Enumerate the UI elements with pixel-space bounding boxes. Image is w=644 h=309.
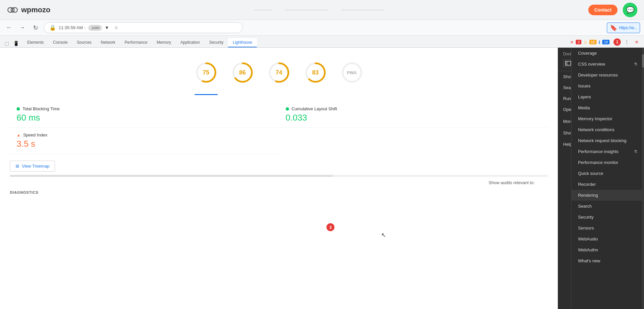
more-tools-item-network-request-blocking[interactable]: Network request blocking [571, 135, 644, 146]
more-tools-item-recorder[interactable]: Recorder [571, 179, 644, 190]
more-tools-item-quick-source[interactable]: Quick source [571, 168, 644, 179]
refresh-button[interactable]: ↻ [30, 23, 40, 33]
logo-text: wpmozo [21, 6, 50, 14]
more-tools-item-performance-monitor[interactable]: Performance monitor [571, 157, 644, 168]
gauge-74: 74 [267, 61, 291, 84]
device-toolbar-icon[interactable]: 📱 [12, 39, 20, 47]
forward-button[interactable]: → [17, 23, 27, 33]
score-value-75: 75 [203, 69, 209, 76]
more-tools-item-developer-resources[interactable]: Developer resources [571, 70, 644, 80]
more-tools-item-search[interactable]: Search [571, 201, 644, 212]
tab-sources[interactable]: Sources [72, 38, 96, 47]
score-value-pwa: PWA [347, 70, 357, 75]
score-circle-83: 83 [304, 61, 327, 84]
more-tools-item-performance-insights[interactable]: Performance insights ⚗ [571, 146, 644, 157]
logo-area: wpmozo [7, 4, 50, 16]
gauge-75: 75 [195, 61, 218, 84]
more-tools-item-security[interactable]: Security [571, 212, 644, 223]
score-circle-86: 86 [231, 61, 254, 84]
tab-elements[interactable]: Elements [23, 38, 48, 47]
css-overview-icon: ⚗ [634, 62, 637, 67]
scrollbar-thumb[interactable] [642, 54, 644, 68]
metric-warning-icon: ▲ [17, 133, 21, 137]
gauge-83: 83 [304, 61, 327, 84]
browser-topbar: wpmozo ———— —————————— —————————— Contac… [0, 0, 644, 20]
metrics-grid: Total Blocking Time 60 ms Cumulative Lay… [10, 102, 548, 154]
contact-button[interactable]: Contact [588, 5, 617, 15]
more-tools-item-webauthn[interactable]: WebAuthn [571, 244, 644, 255]
stop-icon[interactable]: ⊘ [114, 25, 118, 30]
metric-label-cls: Cumulative Layout Shift [292, 106, 337, 111]
browser-topbar-right: Contact 💬 [588, 3, 637, 17]
devtools-top-icons: ✕ 3 ⚠ 18 ℹ 18 1 ⋮ ✕ [570, 38, 644, 47]
tab-application[interactable]: Application [176, 38, 205, 47]
more-tools-item-css-overview[interactable]: CSS overview ⚗ [571, 59, 644, 70]
metric-total-blocking-time: Total Blocking Time 60 ms [10, 102, 279, 128]
devtools-tabs: ⬚ 📱 Elements Console Sources Network Per… [0, 36, 644, 48]
gauge-86: 86 [231, 61, 254, 84]
progress-bar [10, 175, 548, 177]
devtools-content: 75 86 [0, 48, 644, 309]
svg-rect-13 [565, 61, 568, 65]
score-underlines [10, 94, 548, 95]
more-options-icon[interactable]: ⋮ [623, 38, 631, 46]
warning-icon: ⚠ [583, 40, 587, 45]
more-tools-dropdown: Coverage CSS overview ⚗ Developer resour… [571, 48, 644, 309]
nav-link-1[interactable]: ———— [254, 7, 271, 12]
more-tools-item-media[interactable]: Media [571, 102, 644, 113]
lighthouse-url-display: 🔖 https://w... [607, 23, 640, 33]
score-value-74: 74 [275, 69, 282, 76]
metric-value-cls: 0.033 [286, 113, 542, 123]
treemap-icon: ⊞ [16, 164, 19, 169]
metric-value-si: 3.5 s [17, 139, 272, 149]
more-tools-item-sensors[interactable]: Sensors [571, 223, 644, 233]
more-tools-item-webaudio[interactable]: WebAudio [571, 233, 644, 244]
score-value-83: 83 [312, 69, 319, 76]
badge-1: 1 [614, 38, 621, 46]
tab-memory[interactable]: Memory [152, 38, 176, 47]
help-label: Help [563, 142, 572, 147]
view-treemap-button[interactable]: ⊞ View Treemap [10, 161, 55, 172]
tab-lighthouse[interactable]: Lighthouse [228, 38, 257, 47]
devtools-wrapper: ⬚ 📱 Elements Console Sources Network Per… [0, 36, 644, 309]
close-devtools-button[interactable]: ✕ [633, 38, 641, 46]
info-badge: 18 [602, 40, 610, 44]
metric-value-tbt: 60 ms [17, 113, 272, 123]
more-tools-item-network-conditions[interactable]: Network conditions [571, 124, 644, 135]
tab-console[interactable]: Console [48, 38, 72, 47]
back-button[interactable]: ← [4, 23, 14, 33]
metric-speed-index: ▲ Speed Index 3.5 s [10, 128, 279, 154]
more-tools-item-rendering[interactable]: Rendering [571, 190, 644, 201]
tab-performance[interactable]: Performance [120, 38, 152, 47]
scrollbar-track[interactable] [642, 48, 644, 309]
lighthouse-panel: 75 86 [0, 48, 558, 309]
tab-network[interactable]: Network [96, 38, 120, 47]
url-bar[interactable]: 🔒 11:35:59 AM - .com ▼ ⊘ [44, 22, 243, 33]
perf-insights-icon: ⚗ [634, 149, 637, 154]
more-tools-item-memory-inspector[interactable]: Memory inspector [571, 113, 644, 124]
more-tools-item-whats-new[interactable]: What's new [571, 255, 644, 266]
more-tools-item-layers[interactable]: Layers [571, 91, 644, 102]
scores-row: 75 86 [10, 61, 548, 84]
inspect-element-icon[interactable]: ⬚ [3, 39, 11, 47]
metric-label-tbt: Total Blocking Time [23, 106, 60, 111]
time-display: 11:35:59 AM - [59, 25, 86, 30]
audits-label: Show audits relevant to: [10, 180, 535, 185]
domain-display: .com [88, 25, 102, 31]
nav-link-2[interactable]: —————————— [285, 7, 328, 12]
more-tools-item-coverage[interactable]: Coverage [571, 48, 644, 59]
url-text-display: https://w... [619, 26, 637, 30]
nav-link-3[interactable]: —————————— [341, 7, 384, 12]
score-circle-75: 75 [195, 61, 218, 84]
logo-icon [7, 4, 19, 16]
tab-security[interactable]: Security [205, 38, 228, 47]
diagnostics-header: DIAGNOSTICS [10, 190, 548, 194]
chat-bubble-icon[interactable]: 💬 [623, 3, 637, 17]
metric-cls: Cumulative Layout Shift 0.033 [279, 102, 548, 128]
dropdown-icon[interactable]: ▼ [105, 25, 109, 30]
score-circle-pwa: PWA [340, 61, 364, 84]
more-tools-item-issues[interactable]: Issues [571, 80, 644, 91]
error-badge: 3 [576, 40, 581, 44]
error-icon: ✕ [570, 40, 574, 45]
score-circle-74: 74 [267, 61, 291, 84]
